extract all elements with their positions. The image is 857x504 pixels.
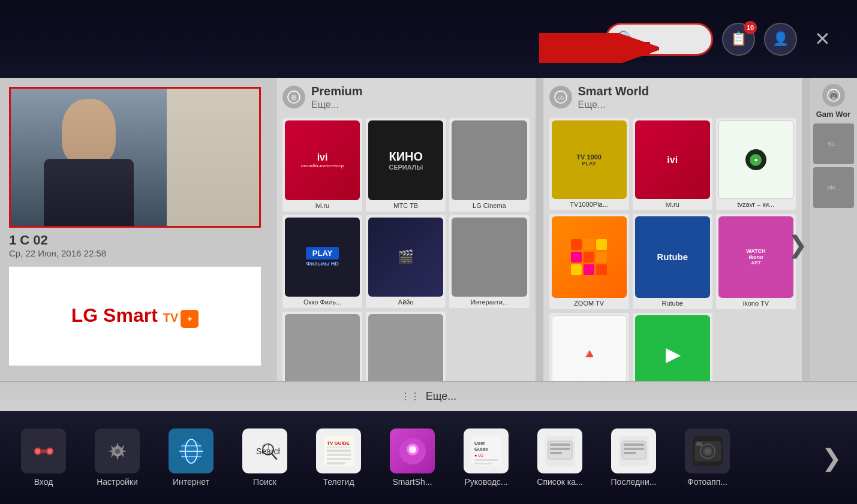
- svg-point-12: [35, 449, 40, 454]
- bottom-more-bar[interactable]: ⋮⋮ Еще...: [0, 381, 857, 411]
- foto-icon: [685, 428, 730, 473]
- app-label: Окко Филь...: [285, 298, 360, 306]
- svg-rect-29: [327, 449, 351, 452]
- channel-info: 1 С 02 Ср, 22 Июн, 2016 22:58: [9, 228, 267, 261]
- more-dots-icon: ⋮⋮: [401, 391, 420, 402]
- taskbar-internet[interactable]: Интернет: [157, 425, 225, 490]
- svg-rect-1: [539, 42, 629, 55]
- taskbar-next-button[interactable]: ❯: [816, 438, 848, 478]
- game-world-partial: 🎮 Gam Wor Su... Blo...: [809, 78, 857, 411]
- smartsh-icon: [390, 428, 435, 473]
- taskbar-label: Список ка...: [537, 477, 582, 487]
- app-sections: ⊞ Premium Еще... ivi онлайн-кинотеатр: [276, 78, 857, 411]
- tv-panel: 1 С 02 Ср, 22 Июн, 2016 22:58 LG Smart T…: [0, 78, 276, 411]
- user-icon: 👤: [772, 31, 789, 47]
- smart-world-apps-grid: TV 1000 PLAY TV1000Pla... ivi ivi.ru: [549, 118, 796, 405]
- taskbar-poisk[interactable]: Search Поиск: [230, 425, 299, 490]
- svg-text:Guide: Guide: [474, 446, 488, 452]
- premium-section: ⊞ Premium Еще... ivi онлайн-кинотеатр: [276, 78, 536, 411]
- svg-text:⊞: ⊞: [291, 94, 296, 101]
- smart-world-more[interactable]: Еще...: [578, 99, 649, 110]
- app-label: LG Cinema: [452, 202, 527, 209]
- taskbar-foto[interactable]: Фотоапп...: [673, 425, 742, 490]
- channel-number: 1 С 02: [9, 233, 267, 248]
- app-aijo[interactable]: 🎬 Аййо: [366, 215, 446, 309]
- svg-rect-45: [550, 448, 570, 450]
- more-label: Еще...: [426, 390, 457, 403]
- app-blo[interactable]: Blo...: [813, 167, 854, 208]
- settings-icon: [95, 428, 140, 473]
- premium-more[interactable]: Еще...: [311, 99, 363, 110]
- app-okko[interactable]: PLAY Фильмы HD Окко Филь...: [282, 215, 362, 309]
- app-mts[interactable]: КИНО СЕРИАЛЫ МТС ТВ: [366, 118, 446, 212]
- game-world-title: Gam Wor: [816, 110, 851, 119]
- svg-rect-40: [474, 459, 498, 461]
- close-button[interactable]: ✕: [806, 23, 839, 56]
- tv-preview: [9, 87, 261, 228]
- svg-rect-49: [624, 443, 644, 446]
- app-zoomtv[interactable]: ZOOM TV: [549, 214, 629, 309]
- svg-rect-30: [327, 454, 351, 456]
- scroll-right-button[interactable]: ❯: [787, 231, 808, 258]
- app-tv1000[interactable]: TV 1000 PLAY TV1000Pla...: [549, 118, 629, 210]
- svg-rect-31: [327, 458, 351, 460]
- rukovods-icon: User Guide ● LG: [464, 428, 509, 473]
- smart-world-icon: LG: [549, 86, 572, 108]
- taskbar-label: Настройки: [97, 477, 138, 487]
- smart-world-title: Smart World: [578, 84, 649, 98]
- svg-rect-51: [624, 452, 636, 454]
- app-rutube[interactable]: Rutube Rutube: [633, 214, 712, 309]
- svg-rect-32: [327, 462, 345, 464]
- app-label: МТС ТВ: [368, 202, 443, 209]
- app-label: TV1000Pla...: [552, 201, 627, 208]
- taskbar-nastroyki[interactable]: Настройки: [83, 425, 152, 490]
- notifications-button[interactable]: 📋 10: [722, 23, 755, 56]
- taskbar-label: Телегид: [323, 477, 354, 487]
- svg-text:● LG: ● LG: [474, 453, 484, 457]
- svg-rect-44: [550, 443, 570, 446]
- taskbar-label: Вход: [34, 477, 53, 487]
- smart-world-header: LG Smart World Еще...: [549, 84, 796, 113]
- vhod-icon: [21, 428, 66, 473]
- svg-rect-57: [696, 442, 702, 446]
- smart-world-section: LG Smart World Еще... TV 1000 PLAY: [543, 78, 802, 411]
- app-label: ivi.ru: [635, 201, 710, 208]
- taskbar-label: Поиск: [253, 477, 276, 487]
- lg-smart-panel: LG Smart TV+: [9, 267, 261, 366]
- internet-icon: [169, 428, 214, 473]
- app-su[interactable]: Su...: [813, 123, 854, 164]
- taskbar-smartsh[interactable]: SmartSh...: [378, 425, 447, 490]
- app-interaktiv[interactable]: Интеракти...: [449, 215, 529, 309]
- svg-text:LG: LG: [557, 95, 564, 101]
- app-ikono[interactable]: WATCH ikono ART ikono TV: [716, 214, 796, 309]
- spisok-icon: [537, 428, 582, 473]
- taskbar-posled[interactable]: Последни...: [599, 425, 668, 490]
- posled-icon: [611, 428, 656, 473]
- premium-header: ⊞ Premium Еще...: [282, 84, 530, 113]
- app-tvzavr[interactable]: ● tvzavr – ки...: [716, 118, 796, 210]
- taskbar-label: Фотоапп...: [687, 477, 727, 487]
- game-icon: 🎮: [822, 84, 845, 107]
- taskbar-spisok[interactable]: Список ка...: [525, 425, 594, 490]
- notification-icon: 📋: [730, 31, 747, 47]
- app-ivi-sw[interactable]: ivi ivi.ru: [633, 118, 712, 210]
- svg-point-13: [47, 449, 52, 454]
- svg-text:TV GUIDE: TV GUIDE: [327, 440, 350, 446]
- svg-rect-46: [550, 452, 562, 454]
- svg-rect-50: [624, 448, 644, 450]
- top-bar: 🔍 📋 10 👤 ✕: [0, 0, 857, 78]
- app-ivi[interactable]: ivi онлайн-кинотеатр ivi.ru: [282, 118, 362, 212]
- app-label: Rutube: [635, 300, 710, 307]
- app-label: Аййо: [368, 298, 443, 306]
- app-lgcinema[interactable]: LG Cinema: [449, 118, 529, 212]
- taskbar-telegid[interactable]: TV GUIDE Телегид: [304, 425, 373, 490]
- taskbar-vhod[interactable]: Вход: [9, 425, 78, 490]
- taskbar: Вход Настройки: [0, 411, 857, 504]
- main-content: 1 С 02 Ср, 22 Июн, 2016 22:58 LG Smart T…: [0, 78, 857, 411]
- app-label: ivi.ru: [285, 202, 360, 209]
- poisk-icon: Search: [242, 428, 287, 473]
- taskbar-label: Интернет: [173, 477, 209, 487]
- user-button[interactable]: 👤: [764, 23, 797, 56]
- svg-rect-41: [474, 463, 492, 464]
- taskbar-rukovods[interactable]: User Guide ● LG Руководс...: [452, 425, 521, 490]
